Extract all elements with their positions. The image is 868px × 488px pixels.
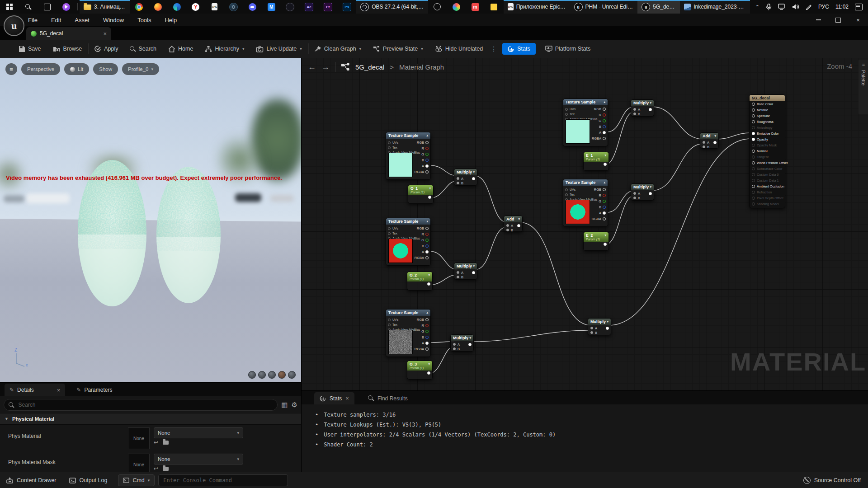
search-button[interactable]: Search — [124, 40, 162, 58]
tab-stats[interactable]: Stats × — [314, 392, 354, 404]
stats-toggle-button[interactable]: Stats — [502, 43, 536, 55]
clock[interactable]: 11:02 — [835, 4, 849, 10]
taskbar-edge[interactable] — [167, 0, 186, 14]
phys-material-mask-dropdown[interactable]: None▾ — [154, 454, 243, 465]
preview-cube-button[interactable] — [288, 371, 296, 379]
chevron-down-icon[interactable]: ▾ — [429, 187, 431, 190]
param-output-pin[interactable] — [428, 196, 431, 199]
hide-unrelated-button[interactable]: Hide Unrelated — [429, 40, 489, 58]
param-output-pin[interactable] — [427, 371, 430, 375]
menu-tools[interactable]: Tools — [137, 17, 151, 23]
menu-help[interactable]: Help — [165, 17, 177, 23]
tray-expand-icon[interactable]: ⌃ — [755, 4, 760, 10]
content-drawer-button[interactable]: Content Drawer — [0, 472, 63, 488]
task-view-button[interactable] — [38, 0, 57, 14]
multiply-output-pin[interactable] — [649, 192, 652, 195]
palette-side-tab[interactable]: ≡ Palette — [859, 60, 868, 114]
texture-sample-node[interactable]: Texture Sample▴ UVs Tex Apply View MipBi… — [386, 309, 431, 357]
specular-pin[interactable] — [752, 114, 755, 117]
browse-button[interactable]: Browse — [47, 40, 88, 58]
preview-plane-button[interactable] — [268, 371, 276, 379]
add-node[interactable]: Add▾ A B — [700, 132, 719, 149]
r-output-pin[interactable] — [425, 233, 429, 236]
collapse-icon[interactable]: ▴ — [604, 181, 605, 184]
tab-close-icon[interactable]: × — [345, 395, 349, 402]
chevron-down-icon[interactable]: ▾ — [650, 185, 651, 189]
chevron-down-icon[interactable]: ▾ — [469, 336, 471, 340]
normal-pin[interactable] — [752, 150, 755, 153]
back-arrow-icon[interactable]: ← — [308, 62, 316, 72]
input-a-pin[interactable] — [457, 177, 459, 180]
multiply-output-pin[interactable] — [606, 327, 609, 330]
texture-sample-node[interactable]: Texture Sample▴ UVs Tex Apply View MipBi… — [386, 218, 431, 266]
chevron-down-icon[interactable]: ▾ — [473, 264, 475, 268]
save-button[interactable]: Save — [13, 40, 47, 58]
base-color-pin[interactable] — [752, 103, 755, 106]
input-pin[interactable] — [388, 324, 391, 326]
taskbar-search-button[interactable] — [19, 0, 38, 14]
window-maximize-button[interactable] — [828, 14, 848, 26]
viewport-menu-button[interactable]: ≡ — [5, 63, 17, 75]
taskbar-photoshop[interactable]: Ps — [337, 0, 356, 14]
taskbar-yandex[interactable]: Y — [186, 0, 205, 14]
hierarchy-button[interactable]: Hierarchy▾ — [199, 40, 250, 58]
input-pin[interactable] — [388, 141, 391, 144]
taskbar-chrome[interactable] — [130, 0, 149, 14]
a-output-pin[interactable] — [425, 164, 429, 168]
multiply-output-pin[interactable] — [468, 343, 472, 346]
input-a-pin[interactable] — [703, 141, 705, 144]
scalar-param-node[interactable]: O_3▾Param (1) — [407, 361, 433, 380]
multiply-node[interactable]: Multiply▾ A B — [454, 263, 477, 280]
start-button[interactable] — [0, 0, 19, 14]
a-output-pin[interactable] — [603, 211, 606, 215]
settings-gear-icon[interactable]: ⚙ — [292, 401, 297, 409]
taskbar-miro[interactable]: m — [466, 0, 485, 14]
rgb-output-pin[interactable] — [425, 227, 429, 230]
input-b-pin[interactable] — [457, 182, 459, 184]
input-pin[interactable] — [565, 193, 568, 196]
rgba-output-pin[interactable] — [425, 347, 429, 351]
metallic-pin[interactable] — [752, 108, 755, 112]
rgb-output-pin[interactable] — [425, 141, 429, 144]
a-output-pin[interactable] — [603, 131, 606, 134]
taskbar-after-effects[interactable]: Ae — [300, 0, 319, 14]
rgba-output-pin[interactable] — [603, 137, 606, 140]
rgb-output-pin[interactable] — [603, 108, 606, 111]
g-output-pin[interactable] — [425, 239, 429, 242]
tab-close-icon[interactable]: × — [57, 387, 61, 394]
source-control-status[interactable]: Source Control Off — [796, 477, 868, 484]
window-minimize-button[interactable] — [808, 14, 828, 26]
g-output-pin[interactable] — [603, 200, 606, 203]
preview-cylinder-button[interactable] — [248, 371, 256, 379]
display-connect-icon[interactable] — [778, 4, 786, 10]
chevron-down-icon[interactable]: ▾ — [604, 234, 606, 237]
browse-to-asset-icon[interactable] — [163, 441, 169, 445]
multiply-node[interactable]: Multiply▾ A B — [588, 318, 611, 335]
input-pin[interactable] — [565, 108, 568, 111]
taskbar-image-window[interactable]: Inkedimage_2023-0... — [680, 0, 750, 14]
g-output-pin[interactable] — [425, 153, 429, 156]
breadcrumb-asset[interactable]: 5G_decal — [355, 63, 384, 71]
tab-close-icon[interactable]: × — [103, 30, 107, 37]
use-selected-icon[interactable]: ↩ — [154, 439, 158, 446]
speaker-icon[interactable] — [792, 4, 799, 10]
b-output-pin[interactable] — [425, 244, 429, 248]
emissive-color-pin[interactable] — [752, 132, 755, 135]
a-output-pin[interactable] — [425, 250, 429, 253]
window-close-button[interactable]: × — [848, 14, 868, 26]
b-output-pin[interactable] — [425, 336, 429, 339]
profile-dropdown[interactable]: Profile_0▾ — [122, 63, 159, 75]
microphone-icon[interactable] — [766, 4, 772, 10]
material-output-node[interactable]: 5G_decal Base Color Metallic Specular Ro… — [749, 94, 785, 208]
taskbar-steam[interactable] — [224, 0, 243, 14]
home-button[interactable]: Home — [162, 40, 199, 58]
perspective-button[interactable]: Perspective — [21, 63, 60, 75]
collapse-icon[interactable]: ▴ — [604, 100, 605, 104]
rgb-output-pin[interactable] — [425, 318, 429, 321]
multiply-output-pin[interactable] — [472, 271, 475, 274]
output-log-button[interactable]: Output Log — [63, 472, 114, 488]
input-pin[interactable] — [565, 188, 568, 191]
tab-details[interactable]: ✎ Details × — [5, 384, 65, 396]
texture-sample-node[interactable]: Texture Sample▴ UVs Tex Apply View MipBi… — [563, 99, 608, 146]
input-b-pin[interactable] — [590, 331, 593, 334]
